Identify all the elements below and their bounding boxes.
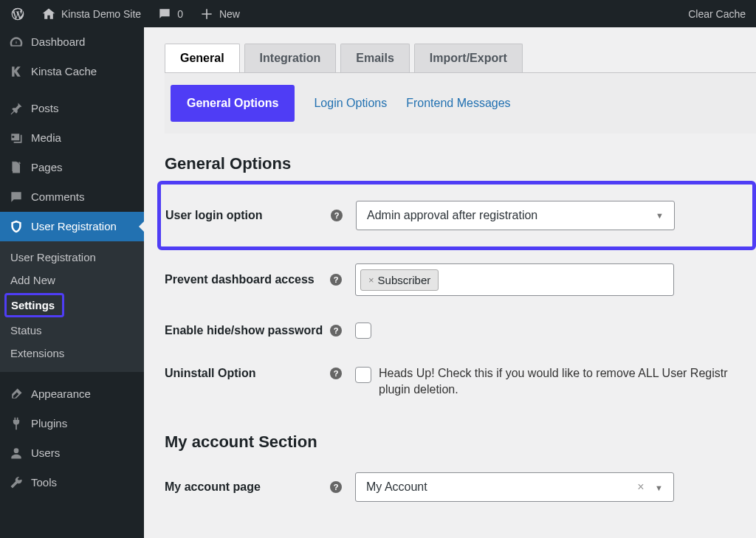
sidebar-item-kinsta-cache[interactable]: Kinsta Cache	[0, 57, 144, 86]
comments-count: 0	[177, 8, 183, 20]
row-user-login-option: User login option ? Admin approval after…	[157, 181, 756, 250]
comments-menu[interactable]: 0	[150, 0, 190, 27]
section-title-general-options: General Options	[165, 154, 756, 173]
role-tag-label: Subscriber	[378, 274, 431, 286]
new-content-menu[interactable]: New	[192, 0, 247, 27]
subtab-general-options[interactable]: General Options	[171, 85, 295, 122]
tab-emails[interactable]: Emails	[340, 44, 410, 72]
sidebar-item-tools[interactable]: Tools	[0, 468, 144, 497]
sidebar-item-users[interactable]: Users	[0, 438, 144, 468]
clear-cache-button[interactable]: Clear Cache	[681, 0, 753, 27]
chevron-down-icon: ▼	[656, 211, 664, 220]
clear-cache-label: Clear Cache	[688, 8, 746, 20]
sidebar-item-label: Appearance	[31, 387, 91, 401]
wrench-icon	[9, 475, 24, 490]
clear-icon[interactable]: ×	[637, 480, 644, 493]
chevron-down-icon: ▼	[655, 483, 663, 492]
help-icon[interactable]: ?	[330, 274, 342, 286]
sidebar-item-pages[interactable]: Pages	[0, 153, 144, 182]
plug-icon	[9, 416, 24, 431]
tab-import-export[interactable]: Import/Export	[414, 44, 523, 72]
sidebar-item-appearance[interactable]: Appearance	[0, 379, 144, 409]
sidebar-item-label: Pages	[31, 160, 63, 175]
admin-sidebar: DashboardKinsta CachePostsMediaPagesComm…	[0, 27, 144, 538]
sidebar-subitem-ur-settings[interactable]: Settings	[4, 293, 64, 317]
sidebar-item-label: Comments	[31, 190, 85, 204]
comment-icon	[157, 7, 172, 21]
select-value: Admin approval after registration	[367, 209, 537, 222]
plus-icon	[199, 7, 214, 21]
select-my-account-page[interactable]: My Account × ▼	[355, 472, 674, 502]
sidebar-item-label: User Registration	[31, 219, 117, 234]
subtab-frontend-messages[interactable]: Frontend Messages	[406, 88, 510, 119]
sidebar-item-user-registration[interactable]: User Registration	[0, 212, 144, 241]
role-tag[interactable]: × Subscriber	[360, 269, 439, 291]
new-label: New	[219, 8, 240, 20]
uninstall-option-desc: Heads Up! Check this if you would like t…	[379, 365, 756, 399]
primary-tabs: GeneralIntegrationEmailsImport/Export	[165, 44, 756, 73]
label-uninstall-option: Uninstall Option	[165, 367, 256, 380]
help-icon[interactable]: ?	[330, 481, 342, 493]
sidebar-subitem-ur-add[interactable]: Add New	[0, 269, 144, 292]
label-user-login-option: User login option	[165, 209, 263, 222]
site-name-menu[interactable]: Kinsta Demo Site	[34, 0, 148, 27]
remove-tag-icon[interactable]: ×	[368, 275, 374, 286]
sidebar-item-plugins[interactable]: Plugins	[0, 409, 144, 438]
sidebar-submenu: User RegistrationAdd NewSettingsStatusEx…	[0, 241, 144, 372]
shield-icon	[9, 219, 24, 234]
brush-icon	[9, 387, 24, 401]
label-prevent-dashboard: Prevent dashboard access	[165, 273, 315, 286]
select-user-login-option[interactable]: Admin approval after registration ▼	[356, 201, 675, 230]
select-value: My Account	[366, 480, 427, 494]
sidebar-item-posts[interactable]: Posts	[0, 94, 144, 123]
sidebar-item-label: Tools	[31, 475, 57, 490]
label-hide-show-pw: Enable hide/show password	[165, 324, 323, 337]
sidebar-item-label: Plugins	[31, 416, 67, 431]
comment-icon	[9, 190, 24, 204]
tag-input-prevent-dashboard[interactable]: × Subscriber	[355, 263, 674, 296]
site-name-label: Kinsta Demo Site	[61, 8, 141, 20]
sidebar-item-label: Media	[31, 131, 61, 145]
sidebar-subitem-ur-list[interactable]: User Registration	[0, 246, 144, 269]
row-uninstall-option: Uninstall Option ? Heads Up! Check this …	[165, 352, 756, 412]
user-icon	[9, 446, 24, 461]
page-icon	[9, 160, 24, 175]
sidebar-subitem-ur-status[interactable]: Status	[0, 319, 144, 342]
pin-icon	[9, 101, 24, 116]
home-icon	[41, 7, 56, 21]
k-icon	[9, 64, 24, 79]
sidebar-item-label: Dashboard	[31, 35, 85, 49]
help-icon[interactable]: ?	[330, 368, 342, 379]
row-my-account-page: My account page ? My Account × ▼	[165, 459, 756, 515]
help-icon[interactable]: ?	[330, 325, 342, 337]
sidebar-item-comments[interactable]: Comments	[0, 182, 144, 212]
help-icon[interactable]: ?	[331, 210, 343, 221]
page-content: GeneralIntegrationEmailsImport/Export Ge…	[144, 27, 756, 538]
sidebar-subitem-ur-ext[interactable]: Extensions	[0, 342, 144, 365]
sidebar-item-dashboard[interactable]: Dashboard	[0, 27, 144, 57]
row-enable-hide-show-password: Enable hide/show password ?	[165, 309, 756, 352]
media-icon	[9, 131, 24, 145]
tab-general[interactable]: General	[165, 44, 240, 72]
sidebar-item-label: Kinsta Cache	[31, 64, 97, 79]
row-prevent-dashboard-access: Prevent dashboard access ? × Subscriber	[165, 250, 756, 309]
wordpress-icon	[10, 7, 25, 21]
sidebar-item-media[interactable]: Media	[0, 123, 144, 153]
label-my-account-page: My account page	[165, 480, 261, 494]
admin-toolbar: Kinsta Demo Site 0 New Clear Cache	[0, 0, 756, 27]
checkbox-hide-show-password[interactable]	[355, 323, 371, 339]
section-title-my-account: My account Section	[165, 432, 756, 452]
gauge-icon	[9, 35, 24, 49]
subtab-login-options[interactable]: Login Options	[314, 88, 387, 119]
secondary-tabs: General OptionsLogin OptionsFrontend Mes…	[165, 73, 756, 134]
wp-logo-menu[interactable]	[3, 0, 32, 27]
sidebar-item-label: Users	[31, 446, 60, 461]
checkbox-uninstall-option[interactable]	[355, 367, 371, 383]
sidebar-item-label: Posts	[31, 101, 59, 116]
tab-integration[interactable]: Integration	[244, 44, 337, 72]
